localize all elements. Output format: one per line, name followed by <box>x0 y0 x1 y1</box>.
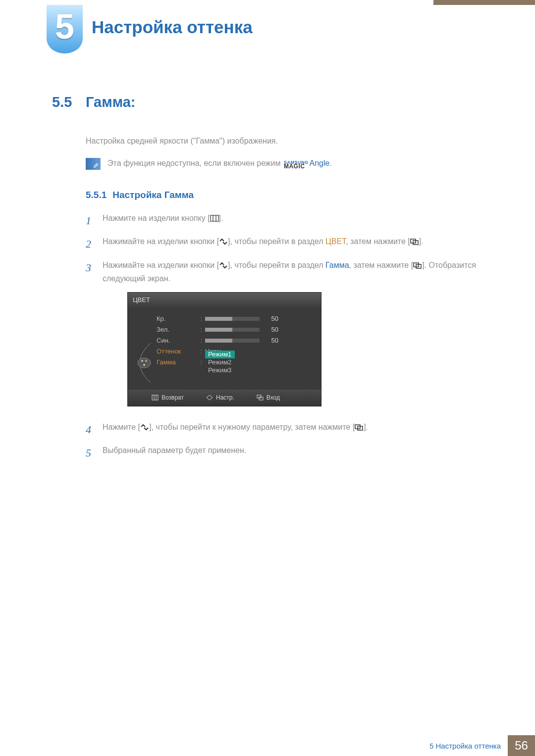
osd-colon: : <box>198 324 202 335</box>
enter-icon <box>410 238 419 245</box>
osd-footer: Возврат Настр. Вход <box>128 390 321 405</box>
osd-footer-enter-label: Вход <box>267 393 280 403</box>
svg-marker-14 <box>207 395 213 400</box>
chapter-title: Настройка оттенка <box>92 17 253 37</box>
content-area: 5.5Гамма: Настройка средней яркости ("Га… <box>52 94 483 467</box>
subsection-number: 5.5.1 <box>86 190 107 200</box>
up-down-icon <box>219 238 228 245</box>
step3-t2: ], чтобы перейти в раздел <box>228 261 325 269</box>
svg-point-10 <box>143 364 145 366</box>
footer-chapter-label: 5 Настройка оттенка <box>429 735 508 756</box>
menu-icon <box>152 395 159 401</box>
step2-t1: Нажимайте на изделии кнопки [ <box>103 237 219 246</box>
osd-palette-icon <box>132 313 157 383</box>
menu-icon <box>210 215 219 222</box>
osd-footer-enter: Вход <box>257 393 280 403</box>
osd-slider <box>205 328 260 332</box>
intro-text: Настройка средней яркости ("Гамма") изоб… <box>86 135 483 147</box>
page-footer: 5 Настройка оттенка 56 <box>0 735 535 756</box>
step-1: 1 Нажмите на изделии кнопку []. <box>86 211 483 230</box>
step-2: 2 Нажимайте на изделии кнопки [], чтобы … <box>86 235 483 253</box>
section-heading: 5.5Гамма: <box>52 94 483 110</box>
svg-point-7 <box>138 358 151 368</box>
step5-t1: Выбранный параметр будет применен. <box>103 446 246 454</box>
step1-t2: ]. <box>219 214 223 222</box>
osd-title: ЦВЕТ <box>128 293 321 307</box>
step-number: 3 <box>86 258 95 277</box>
step2-t4: ]. <box>419 237 424 246</box>
osd-value: 50 <box>264 324 278 335</box>
diamond-icon <box>206 395 213 401</box>
step-3: 3 Нажимайте на изделии кнопки [], чтобы … <box>86 258 483 415</box>
cvet-highlight: ЦВЕТ <box>325 237 346 246</box>
step-number: 5 <box>86 444 95 462</box>
step3-t3: , затем нажмите [ <box>349 261 414 269</box>
step-number: 2 <box>86 235 95 253</box>
gamma-highlight: Гамма <box>325 261 349 269</box>
svg-point-9 <box>145 360 147 362</box>
enter-icon <box>257 395 264 401</box>
note-icon <box>86 158 101 170</box>
step4-t3: ]. <box>364 423 368 431</box>
osd-row-red: Кр. : 50 <box>157 313 314 324</box>
step-5: 5 Выбранный параметр будет применен. <box>86 444 483 462</box>
step2-t3: , затем нажмите [ <box>346 237 410 246</box>
osd-valcol: Режим1 Режим2 Режим3 <box>205 351 314 374</box>
svg-rect-11 <box>152 395 158 400</box>
magic-bot: MAGIC <box>284 164 309 169</box>
step-text: Нажимайте на изделии кнопки [], чтобы пе… <box>103 235 483 248</box>
section-title: Гамма: <box>86 94 136 110</box>
osd-slider <box>205 317 260 321</box>
step3-t1: Нажимайте на изделии кнопки [ <box>103 261 219 269</box>
osd-colon: : <box>198 346 202 357</box>
note-row: Эта функция недоступна, если включен реж… <box>86 158 483 170</box>
document-page: 5 Настройка оттенка 5.5Гамма: Настройка … <box>0 0 535 756</box>
note-before: Эта функция недоступна, если включен реж… <box>107 159 283 167</box>
osd-colon: : <box>198 313 202 324</box>
osd-label: Гамма <box>157 357 195 368</box>
step-text: Выбранный параметр будет применен. <box>103 444 483 457</box>
osd-value: 50 <box>264 313 278 324</box>
osd-gamma-option: Режим2 <box>205 358 235 366</box>
svg-rect-0 <box>211 215 218 221</box>
osd-colon: : <box>198 357 202 368</box>
osd-panel: ЦВЕТ <box>127 292 321 406</box>
note-after: . <box>329 159 331 167</box>
osd-row-blue: Син. : 50 <box>157 335 314 346</box>
osd-valcol: 50 <box>205 324 314 335</box>
osd-footer-back: Возврат <box>152 393 184 403</box>
up-down-icon <box>219 262 228 269</box>
step-number: 1 <box>86 211 95 230</box>
step-text: Нажимайте на изделии кнопки [], чтобы пе… <box>103 258 483 415</box>
subsection-heading: 5.5.1Настройка Гамма <box>86 190 483 201</box>
osd-valcol: 50 <box>205 313 314 324</box>
up-down-icon <box>140 424 149 431</box>
step4-t1: Нажмите [ <box>103 423 140 431</box>
note-text: Эта функция недоступна, если включен реж… <box>107 159 332 169</box>
footer-page-number: 56 <box>508 735 535 756</box>
osd-label: Кр. <box>157 313 195 324</box>
osd-footer-adjust: Настр. <box>206 393 234 403</box>
samsung-magic-logo: SAMSUNGMAGIC <box>284 161 309 169</box>
osd-list: Кр. : 50 Зел. : <box>157 313 314 383</box>
osd-colon: : <box>198 335 202 346</box>
osd-gamma-option: Режим3 <box>205 366 235 374</box>
angle-word: Angle <box>309 159 329 167</box>
step-text: Нажмите на изделии кнопку []. <box>103 211 483 225</box>
osd-valcol: 50 <box>205 335 314 346</box>
osd-screenshot: ЦВЕТ <box>127 292 483 406</box>
osd-footer-adjust-label: Настр. <box>216 393 234 403</box>
top-accent-band <box>433 0 535 5</box>
step2-t2: ], чтобы перейти в раздел <box>228 237 325 246</box>
osd-label: Зел. <box>157 324 195 335</box>
step1-t1: Нажмите на изделии кнопку [ <box>103 214 210 222</box>
osd-gamma-selected: Режим1 <box>205 351 235 358</box>
subsection-title: Настройка Гамма <box>112 190 194 200</box>
chapter-number-badge: 5 <box>47 5 83 53</box>
osd-row-gamma: Гамма : Режим1 Режим2 Режим3 <box>157 357 314 368</box>
step-4: 4 Нажмите [], чтобы перейти к нужному па… <box>86 420 483 439</box>
osd-footer-back-label: Возврат <box>161 393 184 403</box>
osd-slider <box>205 339 260 343</box>
section-number: 5.5 <box>52 94 86 110</box>
enter-icon <box>355 424 364 431</box>
